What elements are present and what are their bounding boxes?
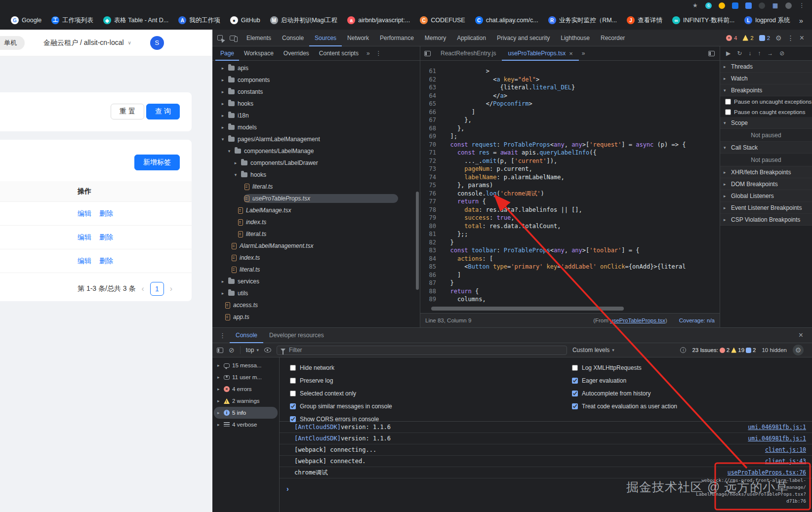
line-number[interactable]: 85: [420, 263, 443, 271]
console-filter-11-user-m[interactable]: ▸11 user m...: [214, 371, 278, 383]
line-number[interactable]: 80: [420, 222, 443, 231]
chevron-right-icon[interactable]: ▸: [217, 398, 221, 403]
editor-tab-useprotableprops-tsx[interactable]: useProTableProps.tsx×: [502, 46, 578, 61]
devtools-tab-application[interactable]: Application: [451, 30, 491, 46]
checkbox-treat-code-evaluation-as-user-action[interactable]: [572, 403, 578, 409]
line-number[interactable]: 83: [420, 246, 443, 255]
user-avatar[interactable]: S: [150, 36, 164, 50]
line-number[interactable]: 63: [420, 83, 443, 92]
code-editor[interactable]: 61 >62 <a key="del">63 {literal.literal_…: [420, 61, 720, 305]
line-number[interactable]: 62: [420, 76, 443, 84]
console-filter-input[interactable]: [289, 347, 563, 354]
bookmark-item[interactable]: aairbnb/javascript:...: [343, 15, 414, 26]
line-number[interactable]: 84: [420, 255, 443, 263]
console-setting-selected-context-only[interactable]: Selected context only: [290, 387, 392, 400]
editor-overflow-chevron-icon[interactable]: »: [579, 50, 588, 57]
line-number[interactable]: 87: [420, 279, 443, 287]
checkbox-group-similar-messages-in-console[interactable]: [290, 403, 296, 409]
debugger-section-event-listener-breakpoints[interactable]: ▸Event Listener Breakpoints: [720, 202, 812, 214]
line-number[interactable]: 78: [420, 206, 443, 214]
drawer-menu-kebab-icon[interactable]: ⋮: [215, 332, 230, 339]
checkbox-pause-on-uncaught-exceptions[interactable]: [725, 99, 731, 105]
devtools-tab-lighthouse[interactable]: Lighthouse: [555, 30, 595, 46]
bookmarks-overflow-chevron-icon[interactable]: »: [799, 16, 803, 25]
line-number[interactable]: 72: [420, 157, 443, 165]
coverage-link[interactable]: Coverage: n/a: [679, 317, 715, 323]
row-action-link[interactable]: 删除: [99, 209, 113, 218]
tree-item-literal-ts[interactable]: literal.ts: [212, 181, 420, 193]
bookmark-item[interactable]: ●GitHub: [226, 15, 264, 26]
tree-item-hooks[interactable]: ▸hooks: [212, 98, 420, 110]
console-filter-15-messa[interactable]: ▸15 messa...: [214, 359, 278, 371]
checkbox-hide-network[interactable]: [290, 365, 296, 371]
line-number[interactable]: 79: [420, 214, 443, 222]
bookmark-item[interactable]: CCODEFUSE: [416, 15, 469, 26]
console-source-url-lines[interactable]: webpack://rms-prod-front-alarm-label-man…: [683, 477, 806, 505]
reset-button[interactable]: 重 置: [111, 104, 144, 119]
tree-item-literal-ts[interactable]: literal.ts: [212, 264, 420, 276]
checkbox-selected-context-only[interactable]: [290, 391, 296, 396]
bookmark-item[interactable]: GGoogle: [7, 15, 45, 26]
devtools-tab-performance[interactable]: Performance: [374, 30, 419, 46]
checkbox-preserve-log[interactable]: [290, 378, 296, 384]
chevron-right-icon[interactable]: ▸: [217, 363, 221, 368]
devtools-menu-kebab-icon[interactable]: ⋮: [787, 34, 794, 42]
tenant-selector[interactable]: 金融云租户 / allsit-cn-local: [43, 39, 124, 47]
step-over-icon[interactable]: ↻: [737, 50, 742, 57]
chevron-right-icon[interactable]: ▸: [220, 125, 225, 130]
live-expression-eye-icon[interactable]: [264, 348, 271, 353]
editor-hscrollbar[interactable]: [420, 306, 720, 311]
step-into-icon[interactable]: ↓: [748, 50, 751, 57]
message-source-link[interactable]: umi.046981fb.js:1: [748, 435, 806, 442]
tree-item-app-ts[interactable]: app.ts: [212, 311, 420, 323]
console-setting-hide-network[interactable]: Hide network: [290, 361, 392, 374]
navigator-tab-page[interactable]: Page: [215, 46, 239, 61]
inspect-element-icon[interactable]: [217, 35, 223, 40]
page-number-button[interactable]: 1: [150, 282, 164, 296]
chevron-right-icon[interactable]: ▸: [217, 387, 221, 392]
line-number[interactable]: 86: [420, 271, 443, 279]
line-number[interactable]: 88: [420, 287, 443, 296]
checkbox-autocomplete-from-history[interactable]: [572, 391, 578, 396]
deactivate-breakpoints-icon[interactable]: ⊘: [779, 50, 784, 57]
tree-item-models[interactable]: ▸models: [212, 121, 420, 133]
menu-kebab-icon[interactable]: ⋮: [799, 2, 805, 9]
record-indicator[interactable]: [719, 2, 725, 9]
chevron-right-icon[interactable]: ▸: [220, 279, 225, 284]
devtools-tab-memory[interactable]: Memory: [419, 30, 451, 46]
environment-pill[interactable]: 单机: [0, 36, 25, 50]
line-number[interactable]: 82: [420, 238, 443, 247]
tree-item-i18n[interactable]: ▸i18n: [212, 110, 420, 121]
chevron-right-icon[interactable]: ▸: [220, 113, 225, 118]
console-sidebar-toggle-icon[interactable]: [217, 348, 223, 353]
console-setting-eager-evaluation[interactable]: Eager evaluation: [572, 374, 677, 387]
tree-item-components-labelmanage[interactable]: ▾components/LabelManage: [212, 145, 420, 157]
bookmark-item[interactable]: ◆表格 Table - Ant D...: [99, 15, 172, 26]
debugger-section-csp-violation-breakpoints[interactable]: ▸CSP Violation Breakpoints: [720, 214, 812, 226]
navigator-tab-workspace[interactable]: Workspace: [239, 46, 279, 61]
tree-item-literal-ts[interactable]: literal.ts: [212, 228, 420, 240]
tree-item-apis[interactable]: ▸apis: [212, 62, 420, 74]
line-number[interactable]: 77: [420, 197, 443, 206]
line-number[interactable]: 73: [420, 165, 443, 173]
line-number[interactable]: 69: [420, 132, 443, 141]
line-number[interactable]: 71: [420, 149, 443, 157]
row-action-link[interactable]: 编辑: [78, 233, 91, 242]
tree-item-access-ts[interactable]: access.ts: [212, 299, 420, 311]
row-action-link[interactable]: 删除: [99, 257, 113, 266]
context-selector[interactable]: top▾: [246, 347, 259, 354]
device-toolbar-icon[interactable]: [230, 36, 236, 40]
log-levels-dropdown[interactable]: Custom levels▾: [572, 347, 614, 354]
tree-item-utils[interactable]: ▸utils: [212, 287, 420, 299]
chevron-down-icon[interactable]: ▾: [220, 137, 225, 142]
extension-icon-dark[interactable]: [759, 2, 765, 9]
issues-badge[interactable]: 2: [759, 35, 770, 41]
line-number[interactable]: 66: [420, 108, 443, 117]
tree-item-alarmlabelmanagement-tsx[interactable]: AlarmLabelManagement.tsx: [212, 240, 420, 252]
chevron-right-icon[interactable]: ▸: [220, 78, 225, 82]
navigator-overflow-chevron-icon[interactable]: »: [364, 50, 373, 57]
devtools-tab-console[interactable]: Console: [277, 30, 309, 46]
console-settings-gear-icon[interactable]: ⚙: [793, 345, 804, 355]
console-setting-group-similar-messages-in-console[interactable]: Group similar messages in console: [290, 400, 392, 413]
console-filter-5-info[interactable]: ▸5 info: [214, 407, 278, 419]
